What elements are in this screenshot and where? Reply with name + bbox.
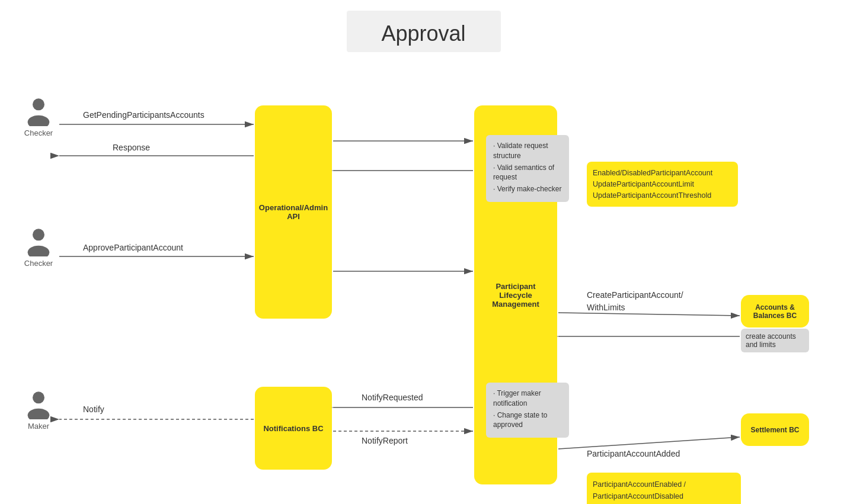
trigger-item-1: Trigger maker notification — [493, 389, 562, 409]
validate-list: Validate request structure Valid semanti… — [493, 141, 562, 194]
plm-label: Participant Lifecycle Management — [480, 282, 551, 309]
diagram-container: Checker Checker Maker GetPendingParticip… — [0, 58, 847, 504]
page-title: Approval — [347, 11, 501, 52]
validate-item-1: Validate request structure — [493, 141, 562, 161]
svg-point-20 — [28, 409, 50, 419]
trigger-list: Trigger maker notification Change state … — [493, 389, 562, 430]
create-participant-text: CreateParticipantAccount/WithLimits — [587, 290, 683, 312]
settlement-bc-label: Settlement BC — [750, 426, 799, 434]
enabled-disabled-text: Enabled/DisabledParticipantAccountUpdate… — [593, 169, 712, 200]
checker1-label: Checker — [24, 129, 53, 137]
events-bottom-box: ParticipantAccountEnabled /ParticipantAc… — [587, 473, 741, 504]
svg-point-19 — [33, 391, 44, 403]
create-accounts-text: create accounts and limits — [746, 332, 796, 349]
checker2-icon — [24, 227, 53, 256]
notify-label: Notify — [83, 405, 104, 414]
svg-point-16 — [28, 115, 50, 126]
svg-line-14 — [558, 437, 740, 449]
trigger-item-2: Change state to approved — [493, 410, 562, 431]
op-api-box: Operational/Admin API — [255, 105, 332, 319]
notifications-box: Notifications BC — [255, 387, 332, 470]
notify-report-label: NotifyReport — [362, 436, 408, 445]
arrows-svg — [0, 58, 847, 504]
notify-requested-label: NotifyRequested — [362, 393, 423, 402]
maker-icon — [24, 390, 53, 419]
svg-point-18 — [28, 246, 50, 256]
maker-label: Maker — [28, 422, 49, 431]
enabled-disabled-box: Enabled/DisabledParticipantAccountUpdate… — [587, 162, 738, 207]
approve-label: ApproveParticipantAccount — [83, 243, 183, 252]
create-accounts-box: create accounts and limits — [741, 329, 809, 352]
events-bottom-text: ParticipantAccountEnabled /ParticipantAc… — [593, 480, 701, 504]
create-participant-text-block: CreateParticipantAccount/WithLimits — [587, 289, 723, 314]
response-label: Response — [113, 143, 150, 152]
trigger-box: Trigger maker notification Change state … — [486, 383, 569, 438]
participant-added-text: ParticipantAccountAdded — [587, 449, 680, 458]
checker1-icon — [24, 97, 53, 126]
accounts-bc-box: Accounts & Balances BC — [741, 295, 809, 328]
validate-item-2: Valid semantics of request — [493, 163, 562, 183]
svg-point-17 — [33, 229, 44, 240]
get-pending-label: GetPendingParticipantsAccounts — [83, 110, 204, 120]
validate-box: Validate request structure Valid semanti… — [486, 135, 569, 202]
maker-actor: Maker — [18, 390, 59, 431]
settlement-bc-box: Settlement BC — [741, 413, 809, 446]
checker2-label: Checker — [24, 259, 53, 268]
checker1-actor: Checker — [18, 97, 59, 137]
checker2-actor: Checker — [18, 227, 59, 268]
validate-item-3: Verify make-checker — [493, 184, 562, 194]
accounts-bc-label: Accounts & Balances BC — [747, 303, 803, 320]
participant-added-text-block: ParticipantAccountAdded — [587, 449, 723, 458]
op-api-label: Operational/Admin API — [259, 203, 328, 221]
notifications-label: Notifications BC — [263, 424, 323, 433]
svg-point-15 — [33, 98, 44, 110]
